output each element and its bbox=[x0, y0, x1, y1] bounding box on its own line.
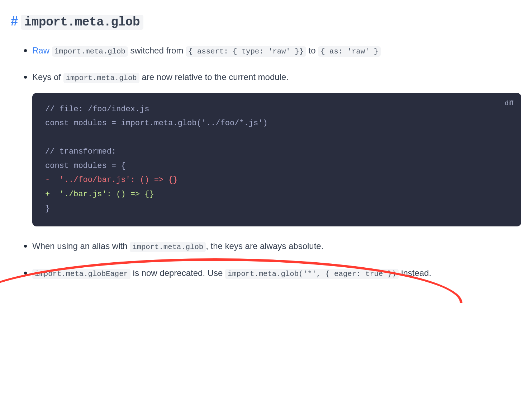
text: to bbox=[306, 46, 318, 55]
inline-code: import.meta.glob bbox=[63, 73, 139, 83]
text: are now relative to the current module. bbox=[139, 72, 289, 82]
bullet-list: Raw import.meta.glob switched from { ass… bbox=[11, 43, 521, 280]
text: Keys of bbox=[32, 72, 63, 82]
list-item: import.meta.globEager is now deprecated.… bbox=[32, 266, 521, 280]
code-block-lang: diff bbox=[505, 98, 513, 108]
inline-code: import.meta.glob bbox=[130, 242, 206, 252]
list-item: Keys of import.meta.glob are now relativ… bbox=[32, 70, 521, 226]
text: is now deprecated. Use bbox=[130, 268, 225, 278]
heading-anchor-hash[interactable]: # bbox=[11, 14, 18, 28]
text: When using an alias with bbox=[32, 241, 130, 251]
section-heading: #import.meta.glob bbox=[11, 11, 521, 32]
diff-removed-line: - '../foo/bar.js': () => {} bbox=[45, 175, 178, 184]
code-block: diff // file: /foo/index.js const module… bbox=[32, 93, 521, 227]
inline-code: { assert: { type: 'raw' }} bbox=[186, 46, 306, 57]
diff-added-line: + './bar.js': () => {} bbox=[45, 190, 154, 199]
text: instead. bbox=[399, 268, 431, 278]
inline-code: { as: 'raw' } bbox=[318, 46, 381, 57]
list-item: Raw import.meta.glob switched from { ass… bbox=[32, 43, 521, 57]
inline-code: import.meta.glob('*', { eager: true }) bbox=[225, 269, 399, 279]
heading-code: import.meta.glob bbox=[21, 15, 144, 30]
list-item: When using an alias with import.meta.glo… bbox=[32, 239, 521, 253]
code-block-content: // file: /foo/index.js const modules = i… bbox=[45, 102, 521, 216]
inline-code: import.meta.globEager bbox=[32, 269, 130, 279]
text: switched from bbox=[128, 46, 186, 55]
text: , the keys are always absolute. bbox=[206, 241, 323, 251]
raw-link[interactable]: Raw bbox=[32, 46, 52, 55]
inline-code: import.meta.glob bbox=[52, 46, 128, 57]
